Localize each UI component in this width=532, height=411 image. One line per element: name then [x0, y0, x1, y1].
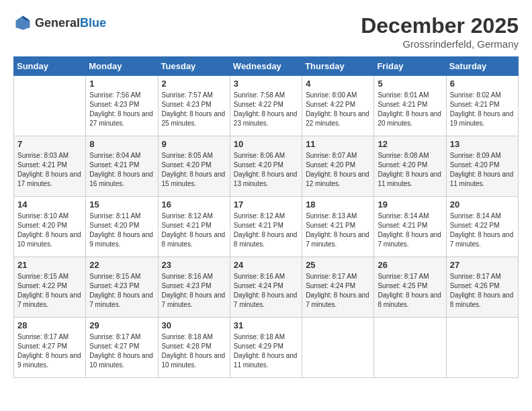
day-info: Sunrise: 8:05 AMSunset: 4:20 PMDaylight:…	[162, 151, 226, 189]
day-number: 15	[89, 199, 154, 210]
calendar-week-row: 14Sunrise: 8:10 AMSunset: 4:20 PMDayligh…	[14, 197, 519, 257]
day-info: Sunrise: 8:18 AMSunset: 4:28 PMDaylight:…	[162, 332, 226, 370]
month-title: December 2025	[361, 13, 519, 38]
day-info: Sunrise: 7:57 AMSunset: 4:23 PMDaylight:…	[162, 91, 226, 128]
day-info: Sunrise: 8:08 AMSunset: 4:20 PMDaylight:…	[378, 151, 442, 189]
calendar-cell: 24Sunrise: 8:16 AMSunset: 4:24 PMDayligh…	[230, 257, 302, 318]
day-number: 13	[450, 139, 515, 149]
logo-text-blue: Blue	[80, 16, 106, 30]
calendar-cell: 19Sunrise: 8:14 AMSunset: 4:21 PMDayligh…	[374, 197, 446, 257]
day-of-week-header: Thursday	[302, 57, 374, 76]
day-number: 21	[17, 260, 82, 270]
calendar-cell	[14, 76, 86, 136]
day-of-week-header: Tuesday	[158, 57, 230, 76]
day-info: Sunrise: 8:10 AMSunset: 4:20 PMDaylight:…	[17, 212, 82, 249]
title-block: December 2025 Grossrinderfeld, Germany	[361, 13, 519, 50]
calendar-week-row: 7Sunrise: 8:03 AMSunset: 4:21 PMDaylight…	[14, 136, 519, 197]
day-info: Sunrise: 8:03 AMSunset: 4:21 PMDaylight:…	[17, 151, 82, 189]
calendar-cell	[302, 318, 374, 378]
day-number: 24	[234, 260, 298, 270]
calendar-cell: 15Sunrise: 8:11 AMSunset: 4:20 PMDayligh…	[86, 197, 158, 257]
day-info: Sunrise: 8:02 AMSunset: 4:21 PMDaylight:…	[450, 91, 515, 128]
day-number: 26	[378, 260, 442, 270]
day-of-week-header: Monday	[86, 57, 158, 76]
day-number: 23	[162, 260, 226, 270]
calendar-header-row: SundayMondayTuesdayWednesdayThursdayFrid…	[14, 57, 519, 76]
day-info: Sunrise: 7:58 AMSunset: 4:22 PMDaylight:…	[234, 91, 298, 128]
day-info: Sunrise: 8:15 AMSunset: 4:22 PMDaylight:…	[17, 272, 82, 310]
day-of-week-header: Wednesday	[230, 57, 302, 76]
logo-icon	[13, 13, 32, 32]
day-number: 9	[162, 139, 226, 149]
calendar-cell: 4Sunrise: 8:00 AMSunset: 4:22 PMDaylight…	[302, 76, 374, 136]
day-info: Sunrise: 8:12 AMSunset: 4:21 PMDaylight:…	[162, 212, 226, 249]
day-number: 14	[17, 199, 82, 210]
day-number: 22	[89, 260, 154, 270]
day-info: Sunrise: 7:56 AMSunset: 4:23 PMDaylight:…	[89, 91, 154, 128]
day-number: 4	[306, 79, 370, 89]
day-info: Sunrise: 8:04 AMSunset: 4:21 PMDaylight:…	[89, 151, 154, 189]
day-info: Sunrise: 8:16 AMSunset: 4:24 PMDaylight:…	[234, 272, 298, 310]
calendar-cell: 5Sunrise: 8:01 AMSunset: 4:21 PMDaylight…	[374, 76, 446, 136]
day-number: 2	[162, 79, 226, 89]
day-number: 8	[89, 139, 154, 149]
calendar-cell: 8Sunrise: 8:04 AMSunset: 4:21 PMDaylight…	[86, 136, 158, 197]
day-number: 7	[17, 139, 82, 149]
day-info: Sunrise: 8:17 AMSunset: 4:27 PMDaylight:…	[89, 332, 154, 370]
day-info: Sunrise: 8:09 AMSunset: 4:20 PMDaylight:…	[450, 151, 515, 189]
calendar-cell: 26Sunrise: 8:17 AMSunset: 4:25 PMDayligh…	[374, 257, 446, 318]
calendar-cell: 16Sunrise: 8:12 AMSunset: 4:21 PMDayligh…	[158, 197, 230, 257]
page-header: GeneralBlue December 2025 Grossrinderfel…	[13, 13, 519, 50]
calendar-cell: 27Sunrise: 8:17 AMSunset: 4:26 PMDayligh…	[446, 257, 518, 318]
calendar-cell: 6Sunrise: 8:02 AMSunset: 4:21 PMDaylight…	[446, 76, 518, 136]
calendar-cell: 22Sunrise: 8:15 AMSunset: 4:23 PMDayligh…	[86, 257, 158, 318]
day-info: Sunrise: 8:01 AMSunset: 4:21 PMDaylight:…	[378, 91, 442, 128]
day-number: 12	[378, 139, 442, 149]
calendar-cell: 7Sunrise: 8:03 AMSunset: 4:21 PMDaylight…	[14, 136, 86, 197]
day-number: 10	[234, 139, 298, 149]
day-info: Sunrise: 8:07 AMSunset: 4:20 PMDaylight:…	[306, 151, 370, 189]
day-number: 25	[306, 260, 370, 270]
calendar-table: SundayMondayTuesdayWednesdayThursdayFrid…	[13, 56, 519, 378]
day-number: 16	[162, 199, 226, 210]
calendar-cell: 11Sunrise: 8:07 AMSunset: 4:20 PMDayligh…	[302, 136, 374, 197]
calendar-cell: 17Sunrise: 8:12 AMSunset: 4:21 PMDayligh…	[230, 197, 302, 257]
day-info: Sunrise: 8:14 AMSunset: 4:22 PMDaylight:…	[450, 212, 515, 249]
day-number: 17	[234, 199, 298, 210]
calendar-week-row: 28Sunrise: 8:17 AMSunset: 4:27 PMDayligh…	[14, 318, 519, 378]
day-info: Sunrise: 8:00 AMSunset: 4:22 PMDaylight:…	[306, 91, 370, 128]
day-info: Sunrise: 8:15 AMSunset: 4:23 PMDaylight:…	[89, 272, 154, 310]
day-number: 31	[234, 320, 298, 330]
day-number: 30	[162, 320, 226, 330]
calendar-cell: 14Sunrise: 8:10 AMSunset: 4:20 PMDayligh…	[14, 197, 86, 257]
day-info: Sunrise: 8:12 AMSunset: 4:21 PMDaylight:…	[234, 212, 298, 249]
day-number: 18	[306, 199, 370, 210]
calendar-cell: 1Sunrise: 7:56 AMSunset: 4:23 PMDaylight…	[86, 76, 158, 136]
calendar-cell: 18Sunrise: 8:13 AMSunset: 4:21 PMDayligh…	[302, 197, 374, 257]
calendar-cell: 3Sunrise: 7:58 AMSunset: 4:22 PMDaylight…	[230, 76, 302, 136]
day-info: Sunrise: 8:17 AMSunset: 4:27 PMDaylight:…	[17, 332, 82, 370]
calendar-cell: 9Sunrise: 8:05 AMSunset: 4:20 PMDaylight…	[158, 136, 230, 197]
day-info: Sunrise: 8:06 AMSunset: 4:20 PMDaylight:…	[234, 151, 298, 189]
day-of-week-header: Saturday	[446, 57, 518, 76]
day-number: 19	[378, 199, 442, 210]
calendar-cell: 25Sunrise: 8:17 AMSunset: 4:24 PMDayligh…	[302, 257, 374, 318]
day-info: Sunrise: 8:11 AMSunset: 4:20 PMDaylight:…	[89, 212, 154, 249]
day-number: 27	[450, 260, 515, 270]
calendar-cell: 10Sunrise: 8:06 AMSunset: 4:20 PMDayligh…	[230, 136, 302, 197]
day-number: 29	[89, 320, 154, 330]
day-info: Sunrise: 8:17 AMSunset: 4:24 PMDaylight:…	[306, 272, 370, 310]
day-info: Sunrise: 8:16 AMSunset: 4:23 PMDaylight:…	[162, 272, 226, 310]
calendar-week-row: 1Sunrise: 7:56 AMSunset: 4:23 PMDaylight…	[14, 76, 519, 136]
day-info: Sunrise: 8:14 AMSunset: 4:21 PMDaylight:…	[378, 212, 442, 249]
day-info: Sunrise: 8:17 AMSunset: 4:26 PMDaylight:…	[450, 272, 515, 310]
day-info: Sunrise: 8:13 AMSunset: 4:21 PMDaylight:…	[306, 212, 370, 249]
day-of-week-header: Friday	[374, 57, 446, 76]
day-number: 20	[450, 199, 515, 210]
calendar-cell	[446, 318, 518, 378]
calendar-cell	[374, 318, 446, 378]
location-title: Grossrinderfeld, Germany	[361, 38, 519, 50]
logo: GeneralBlue	[13, 13, 106, 32]
calendar-cell: 30Sunrise: 8:18 AMSunset: 4:28 PMDayligh…	[158, 318, 230, 378]
day-number: 1	[89, 79, 154, 89]
